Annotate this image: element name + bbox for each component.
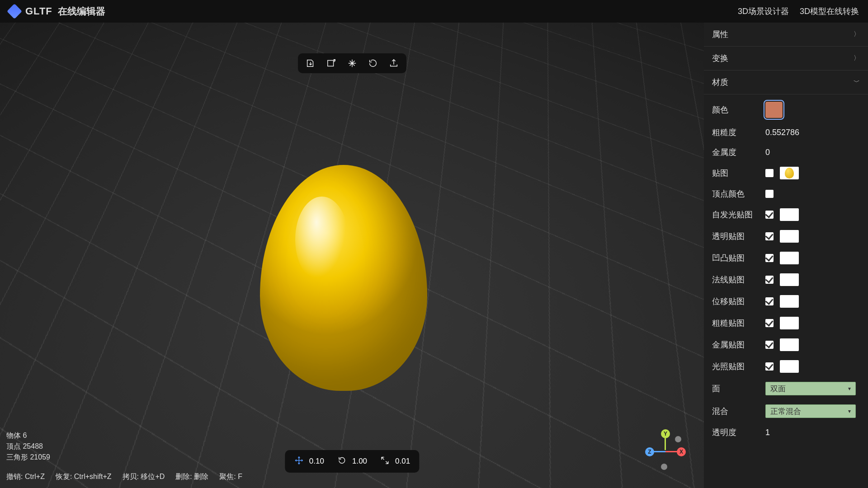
- displacement-map-thumbnail[interactable]: [780, 295, 799, 308]
- scale-icon: [380, 455, 390, 467]
- row-alpha-map: 透明贴图: [704, 225, 868, 247]
- map-thumbnail[interactable]: [780, 167, 799, 179]
- side-select[interactable]: 双面▾: [765, 382, 856, 395]
- chevron-right-icon: 〉: [854, 54, 860, 62]
- roughness-value[interactable]: 0.552786: [765, 128, 799, 137]
- move-step-group[interactable]: 0.10: [294, 455, 324, 467]
- sparkle-icon[interactable]: [347, 58, 358, 69]
- move-step-value: 0.10: [309, 457, 324, 466]
- row-metalness-map: 金属贴图: [704, 334, 868, 356]
- chevron-right-icon: 〉: [854, 30, 860, 38]
- material-rows: 颜色 粗糙度 0.552786 金属度 0 贴图 顶点颜色 自发光贴图 透明贴图: [704, 94, 868, 445]
- normal-map-checkbox[interactable]: [765, 276, 774, 284]
- row-bump-map: 凹凸贴图: [704, 247, 868, 269]
- stat-obj-value: 6: [23, 432, 27, 439]
- vertex-color-checkbox[interactable]: [765, 190, 774, 198]
- scale-step-group[interactable]: 0.01: [380, 455, 410, 467]
- stat-tri-value: 21059: [30, 453, 50, 461]
- viewport-3d[interactable]: 0.10 1.00 0.01 物体 6 顶点 25488 三角形 21059 撤…: [0, 23, 704, 488]
- logo-group: GLTF 在线编辑器: [9, 5, 105, 18]
- displacement-map-label: 位移贴图: [712, 296, 765, 307]
- export-icon[interactable]: [388, 58, 399, 69]
- section-material[interactable]: 材质 ﹀: [704, 70, 868, 94]
- rotate-step-group[interactable]: 1.00: [337, 455, 367, 467]
- light-map-thumbnail[interactable]: [780, 360, 799, 373]
- side-label: 面: [712, 383, 765, 394]
- section-properties[interactable]: 属性 〉: [704, 23, 868, 47]
- shortcut-redo: 恢复: Ctrl+shift+Z: [56, 472, 112, 482]
- bump-map-thumbnail[interactable]: [780, 252, 799, 264]
- logo-icon: [7, 4, 22, 19]
- bump-map-label: 凹凸贴图: [712, 253, 765, 263]
- gizmo-neg-y[interactable]: [661, 464, 667, 470]
- metalness-map-checkbox[interactable]: [765, 341, 774, 349]
- row-roughness-map: 粗糙贴图: [704, 312, 868, 334]
- opacity-label: 透明度: [712, 427, 765, 438]
- section-transform-label: 变换: [712, 53, 728, 64]
- row-opacity: 透明度 1: [704, 422, 868, 442]
- gizmo-z[interactable]: Z: [645, 447, 654, 456]
- scale-step-value: 0.01: [395, 457, 410, 466]
- blend-label: 混合: [712, 406, 765, 417]
- displacement-map-checkbox[interactable]: [765, 297, 774, 305]
- rotate-icon: [337, 455, 347, 467]
- row-emissive-map: 自发光贴图: [704, 204, 868, 225]
- bump-map-checkbox[interactable]: [765, 254, 774, 262]
- row-normal-map: 法线贴图: [704, 269, 868, 291]
- light-map-label: 光照贴图: [712, 361, 765, 372]
- row-blend: 混合 正常混合▾: [704, 400, 868, 422]
- color-swatch[interactable]: [765, 102, 783, 118]
- gizmo-neg-z[interactable]: [675, 436, 681, 442]
- roughness-map-checkbox[interactable]: [765, 319, 774, 327]
- alpha-map-checkbox[interactable]: [765, 232, 774, 240]
- shortcut-bar: 撤销: Ctrl+Z 恢复: Ctrl+shift+Z 拷贝: 移位+D 删除:…: [6, 472, 242, 482]
- row-vertex-color: 顶点颜色: [704, 184, 868, 204]
- section-transform[interactable]: 变换 〉: [704, 47, 868, 70]
- alpha-map-thumbnail[interactable]: [780, 230, 799, 243]
- logo-text: GLTF: [25, 5, 52, 17]
- metalness-map-thumbnail[interactable]: [780, 338, 799, 351]
- top-toolbar: [298, 53, 406, 73]
- nav-model-convert[interactable]: 3D模型在线转换: [800, 6, 859, 17]
- stat-tri-label: 三角形: [6, 453, 28, 461]
- shortcut-copy: 拷贝: 移位+D: [123, 472, 165, 482]
- row-color: 颜色: [704, 97, 868, 122]
- normal-map-label: 法线贴图: [712, 274, 765, 285]
- bottom-toolbar: 0.10 1.00 0.01: [285, 450, 419, 473]
- shortcut-delete: 删除: 删除: [175, 472, 208, 482]
- section-material-label: 材质: [712, 77, 728, 88]
- add-image-icon[interactable]: [326, 58, 337, 69]
- roughness-map-label: 粗糙贴图: [712, 318, 765, 328]
- axis-gizmo[interactable]: Y X Z: [645, 429, 686, 470]
- roughness-label: 粗糙度: [712, 127, 765, 138]
- emissive-map-checkbox[interactable]: [765, 211, 774, 219]
- stat-vert-value: 25488: [23, 442, 43, 450]
- row-map: 贴图: [704, 162, 868, 184]
- gizmo-y[interactable]: Y: [661, 429, 670, 438]
- inspector-panel: 属性 〉 变换 〉 材质 ﹀ 颜色 粗糙度 0.552786 金属度 0 贴图 …: [704, 23, 868, 488]
- nav-scene-designer[interactable]: 3D场景设计器: [738, 6, 789, 17]
- emissive-map-thumbnail[interactable]: [780, 208, 799, 221]
- header-nav: 3D场景设计器 3D模型在线转换: [738, 6, 859, 17]
- shortcut-focus: 聚焦: F: [219, 472, 242, 482]
- shortcut-undo: 撤销: Ctrl+Z: [6, 472, 45, 482]
- map-checkbox[interactable]: [765, 169, 774, 177]
- move-icon: [294, 455, 304, 467]
- light-map-checkbox[interactable]: [765, 362, 774, 371]
- import-icon[interactable]: [305, 58, 316, 69]
- metalness-value[interactable]: 0: [765, 148, 770, 157]
- refresh-icon[interactable]: [368, 58, 378, 69]
- metalness-map-label: 金属贴图: [712, 339, 765, 350]
- rotate-step-value: 1.00: [352, 457, 367, 466]
- blend-select[interactable]: 正常混合▾: [765, 404, 856, 418]
- row-metalness: 金属度 0: [704, 142, 868, 162]
- vertex-color-label: 顶点颜色: [712, 188, 765, 199]
- stat-obj-label: 物体: [6, 432, 21, 439]
- color-label: 颜色: [712, 104, 765, 115]
- normal-map-thumbnail[interactable]: [780, 273, 799, 286]
- roughness-map-thumbnail[interactable]: [780, 317, 799, 329]
- metalness-label: 金属度: [712, 147, 765, 158]
- opacity-value[interactable]: 1: [765, 428, 770, 437]
- chevron-down-icon: ﹀: [854, 78, 860, 86]
- gizmo-x[interactable]: X: [677, 447, 686, 456]
